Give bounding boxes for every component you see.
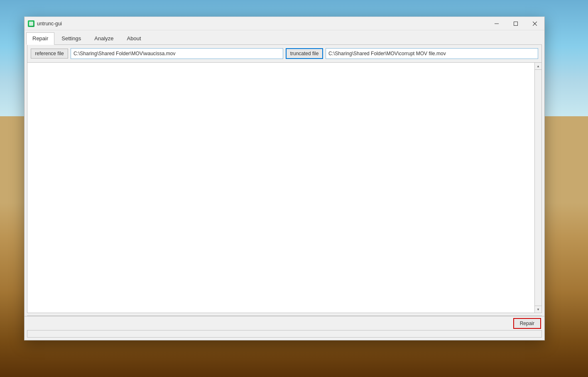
log-area: ▲ ▼ [27, 63, 541, 313]
scroll-up-arrow[interactable]: ▲ [535, 63, 542, 70]
title-bar-left: untrunc-gui [28, 20, 62, 27]
log-scrollbar: ▲ ▼ [534, 63, 541, 313]
truncated-file-button[interactable]: truncated file [286, 48, 323, 59]
window-title: untrunc-gui [37, 21, 62, 27]
minimize-button[interactable] [487, 17, 506, 30]
svg-rect-0 [495, 24, 499, 24]
tab-settings[interactable]: Settings [55, 32, 87, 45]
menu-bar: Repair Settings Analyze About [24, 30, 544, 44]
maximize-button[interactable] [506, 17, 525, 30]
main-window: untrunc-gui Repair Settings [24, 17, 545, 340]
repair-button[interactable]: Repair [513, 318, 541, 329]
app-icon [28, 20, 34, 27]
scroll-down-arrow[interactable]: ▼ [535, 306, 542, 313]
window-controls [487, 17, 544, 30]
truncated-file-input[interactable] [326, 48, 538, 59]
tab-analyze[interactable]: Analyze [88, 32, 120, 45]
reference-file-button[interactable]: reference file [31, 49, 68, 59]
svg-rect-1 [514, 22, 518, 26]
content-area: reference file truncated file ▲ ▼ [27, 44, 542, 313]
title-bar: untrunc-gui [24, 17, 544, 30]
bottom-bar: Repair [24, 316, 544, 330]
bottom-controls: Repair [24, 316, 544, 340]
reference-file-input[interactable] [71, 48, 283, 59]
progress-bar-container [27, 330, 542, 338]
scroll-track [535, 70, 541, 313]
close-button[interactable] [525, 17, 544, 30]
tab-repair[interactable]: Repair [26, 32, 54, 45]
file-row: reference file truncated file [27, 45, 541, 63]
tab-about[interactable]: About [121, 32, 147, 45]
